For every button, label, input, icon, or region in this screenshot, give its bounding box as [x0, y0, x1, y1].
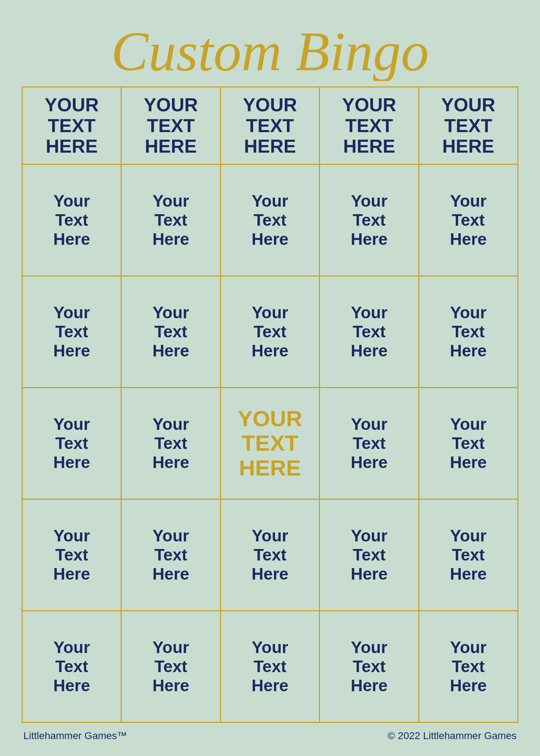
body-row-3: YourTextHere YourTextHere YOURTEXTHERE Y… — [22, 388, 518, 499]
cell-5-3: YourTextHere — [220, 611, 320, 723]
header-cell-3: Your Text Here — [220, 87, 320, 165]
title-area: Custom Bingo — [22, 11, 518, 83]
cell-2-5: YourTextHere — [419, 276, 518, 388]
header-cell-3-text: Your Text Here — [226, 95, 314, 157]
header-cell-2: Your Text Here — [121, 87, 220, 165]
cell-3-3-freespace: YOURTEXTHERE — [220, 388, 320, 499]
cell-5-1: YourTextHere — [22, 611, 121, 723]
cell-2-1: YourTextHere — [22, 276, 121, 388]
cell-4-3-text: YourTextHere — [226, 526, 314, 584]
cell-5-1-text: YourTextHere — [28, 638, 115, 695]
header-cell-2-text: Your Text Here — [127, 95, 214, 157]
cell-2-2-text: YourTextHere — [127, 303, 214, 360]
cell-1-2: YourTextHere — [121, 165, 220, 276]
cell-4-5-text: YourTextHere — [425, 526, 512, 584]
header-row: Your Text Here Your Text Here Your Text … — [22, 87, 518, 165]
body-row-4: YourTextHere YourTextHere YourTextHere Y… — [22, 499, 518, 611]
cell-1-1: YourTextHere — [22, 165, 121, 276]
header-cell-1: Your Text Here — [22, 87, 121, 165]
cell-2-3: YourTextHere — [220, 276, 320, 388]
cell-4-4-text: YourTextHere — [325, 526, 413, 584]
cell-2-2: YourTextHere — [121, 276, 220, 388]
cell-5-4-text: YourTextHere — [325, 638, 413, 695]
body-row-2: YourTextHere YourTextHere YourTextHere Y… — [22, 276, 518, 388]
cell-4-2: YourTextHere — [121, 499, 220, 611]
body-row-1: YourTextHere YourTextHere YourTextHere Y… — [22, 165, 518, 276]
footer: Littlehammer Games™ © 2022 Littlehammer … — [22, 730, 518, 742]
cell-4-1-text: YourTextHere — [28, 526, 115, 584]
cell-5-5-text: YourTextHere — [425, 638, 512, 695]
header-cell-4-text: Your Text Here — [325, 95, 413, 157]
cell-2-4: YourTextHere — [320, 276, 419, 388]
cell-3-2: YourTextHere — [121, 388, 220, 499]
title-svg: Custom Bingo — [36, 13, 504, 81]
bingo-grid: Your Text Here Your Text Here Your Text … — [22, 86, 518, 723]
cell-4-4: YourTextHere — [320, 499, 419, 611]
cell-5-3-text: YourTextHere — [226, 638, 314, 695]
cell-5-2: YourTextHere — [121, 611, 220, 723]
title-svg-wrap: Custom Bingo — [22, 13, 518, 81]
cell-3-1: YourTextHere — [22, 388, 121, 499]
cell-2-3-text: YourTextHere — [226, 303, 314, 360]
cell-5-4: YourTextHere — [320, 611, 419, 723]
cell-3-1-text: YourTextHere — [28, 415, 115, 472]
cell-2-4-text: YourTextHere — [325, 303, 413, 360]
cell-4-1: YourTextHere — [22, 499, 121, 611]
cell-1-1-text: YourTextHere — [28, 192, 115, 249]
free-space-text: YOURTEXTHERE — [226, 406, 314, 480]
cell-3-2-text: YourTextHere — [127, 415, 214, 472]
cell-1-4-text: YourTextHere — [325, 192, 413, 249]
cell-2-1-text: YourTextHere — [28, 303, 115, 360]
cell-5-2-text: YourTextHere — [127, 638, 214, 695]
cell-3-4-text: YourTextHere — [325, 415, 413, 472]
cell-4-2-text: YourTextHere — [127, 526, 214, 584]
header-cell-1-text: Your Text Here — [28, 95, 115, 157]
header-cell-4: Your Text Here — [320, 87, 419, 165]
footer-right: © 2022 Littlehammer Games — [388, 730, 517, 742]
cell-3-5: YourTextHere — [419, 388, 518, 499]
cell-1-3: YourTextHere — [220, 165, 320, 276]
cell-1-3-text: YourTextHere — [226, 192, 314, 249]
cell-5-5: YourTextHere — [419, 611, 518, 723]
cell-1-2-text: YourTextHere — [127, 192, 214, 249]
cell-4-3: YourTextHere — [220, 499, 320, 611]
content-wrapper: Custom Bingo Your Text Here Your Text He… — [0, 0, 540, 756]
cell-4-5: YourTextHere — [419, 499, 518, 611]
cell-1-5: YourTextHere — [419, 165, 518, 276]
header-cell-5-text: Your Text Here — [425, 95, 512, 157]
svg-text:Custom Bingo: Custom Bingo — [111, 21, 429, 81]
header-cell-5: Your Text Here — [419, 87, 518, 165]
cell-3-4: YourTextHere — [320, 388, 419, 499]
body-row-5: YourTextHere YourTextHere YourTextHere Y… — [22, 611, 518, 723]
cell-1-5-text: YourTextHere — [425, 192, 512, 249]
cell-2-5-text: YourTextHere — [425, 303, 512, 360]
footer-left: Littlehammer Games™ — [23, 730, 127, 742]
cell-3-5-text: YourTextHere — [425, 415, 512, 472]
cell-1-4: YourTextHere — [320, 165, 419, 276]
